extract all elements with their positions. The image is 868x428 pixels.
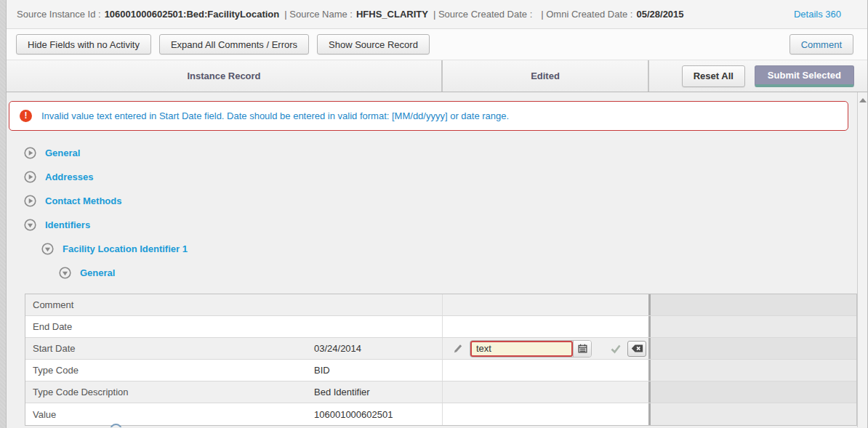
submit-selected-button[interactable]: Submit Selected [755,65,854,87]
filler-cell [648,316,856,337]
table-row-type-code-description: Type Code Description Bed Identifier [25,381,856,403]
filler-cell [648,294,856,315]
source-created-date-label: | Source Created Date : [433,9,532,20]
source-name-label: | Source Name : [284,9,353,20]
scroll-up-arrow-icon[interactable] [859,98,867,102]
field-name: Value [25,409,314,420]
edited-cell [442,381,648,403]
filler-cell [648,338,856,359]
tree-item-addresses[interactable]: Addresses [7,165,867,189]
field-name: Comment [25,299,314,310]
tree-item-general-sub[interactable]: General [7,261,867,285]
source-info-bar: Source Instance Id : 106001000602501:Bed… [7,0,867,29]
tree-item-label[interactable]: Addresses [45,171,93,182]
column-header-row: Instance Record Edited Reset All Submit … [7,60,867,92]
collapsed-arrow-icon[interactable] [24,147,36,159]
tree-item-label[interactable]: Contact Methods [45,195,121,206]
expanded-arrow-icon[interactable] [59,267,71,279]
field-table: Comment End Date Start Date 03/24/2014 [25,294,857,426]
filler-cell [648,403,856,425]
pencil-icon [452,343,463,354]
edited-column-header: Edited [441,60,648,92]
record-panel: Source Instance Id : 106001000602501:Bed… [6,0,868,428]
edited-cell [442,316,648,337]
filler-cell [648,360,856,381]
tree-item-label[interactable]: General [45,148,80,158]
field-name: Type Code Description [25,387,314,397]
tree-item-label[interactable]: Identifiers [45,219,90,230]
expanded-arrow-icon[interactable] [41,243,54,255]
actions-column-header: Reset All Submit Selected [648,60,867,92]
error-message: Invalid value text entered in Start Date… [41,110,509,121]
source-name-value: HFHS_CLARITY [356,9,428,20]
instance-cell: Type Code BID [25,360,442,381]
reset-all-button[interactable]: Reset All [682,65,745,87]
section-tree: General Addresses Contact Methods [7,141,867,285]
edited-cell [442,338,648,359]
error-icon: ! [20,110,32,122]
tree-item-general[interactable]: General [7,141,867,165]
table-row-value: Value 106001000602501 [25,403,856,425]
instance-cell: End Date [25,316,442,337]
tree-item-contact-methods[interactable]: Contact Methods [7,189,867,213]
toolbar: Hide Fields with no Activity Expand All … [7,29,867,60]
confirm-check-icon[interactable] [610,343,622,355]
source-instance-id-value: 106001000602501:Bed:FacilityLocation [105,9,280,20]
field-value: Bed Identifier [314,387,370,397]
vertical-scrollbar[interactable] [857,92,867,427]
instance-cell: Type Code Description Bed Identifier [25,381,442,403]
collapsed-arrow-icon[interactable] [24,195,36,207]
table-row-type-code: Type Code BID [25,360,856,381]
edited-cell [442,403,648,425]
instance-cell: Value 106001000602501 [25,403,442,425]
field-name: End Date [25,321,314,332]
tree-item-label[interactable]: Facility Location Identifier 1 [63,243,188,254]
instance-cell: Comment [25,294,442,315]
field-value: 03/24/2014 [314,343,361,354]
start-date-editor [443,340,648,358]
hide-fields-button[interactable]: Hide Fields with no Activity [16,34,151,54]
comment-button[interactable]: Comment [789,34,853,54]
expand-all-comments-button[interactable]: Expand All Comments / Errors [159,34,309,54]
edited-cell [442,294,648,315]
collapsed-arrow-icon[interactable] [24,171,36,183]
tree-item-facility-location-identifier-1[interactable]: Facility Location Identifier 1 [7,237,867,261]
expanded-arrow-icon[interactable] [24,219,36,231]
filler-cell [648,381,856,403]
show-source-record-button[interactable]: Show Source Record [317,34,430,54]
calendar-icon [577,343,588,354]
table-row-start-date: Start Date 03/24/2014 [25,338,856,360]
validation-error-banner: ! Invalid value text entered in Start Da… [9,101,848,131]
edited-column-title: Edited [531,70,560,81]
table-row-comment: Comment [25,294,856,316]
tree-item-identifiers[interactable]: Identifiers [7,213,867,237]
tree-item-label[interactable]: General [80,267,115,278]
details-360-link[interactable]: Details 360 [794,9,841,20]
clear-value-button[interactable] [627,341,646,357]
table-row-end-date: End Date [25,316,856,338]
source-instance-id-label: Source Instance Id : [17,9,101,20]
record-content: ! Invalid value text entered in Start Da… [7,92,867,427]
field-name: Start Date [25,343,314,354]
omni-created-date-value: 05/28/2015 [636,9,683,20]
backspace-icon [631,344,643,353]
date-input-group [470,340,592,358]
instance-record-column-title: Instance Record [187,70,260,81]
calendar-button[interactable] [573,341,591,357]
start-date-input[interactable] [470,341,573,357]
omni-created-date-label: | Omni Created Date : [541,9,632,20]
field-value: BID [314,365,330,376]
edited-cell [442,360,648,381]
field-value: 106001000602501 [314,409,393,420]
instance-record-column-header: Instance Record [7,60,441,92]
instance-cell: Start Date 03/24/2014 [25,338,442,359]
field-name: Type Code [25,365,314,376]
